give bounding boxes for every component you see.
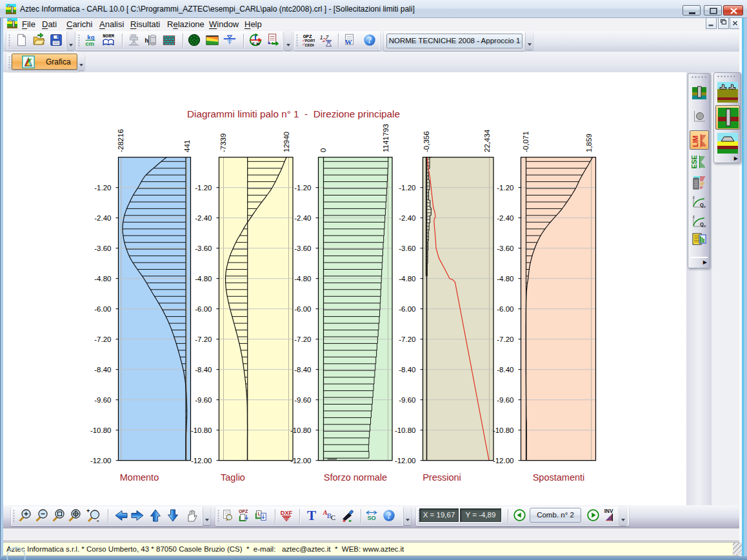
svg-text:cm: cm — [85, 40, 94, 47]
svg-text:-12.00: -12.00 — [493, 457, 514, 465]
svg-text:-1.20: -1.20 — [497, 184, 513, 192]
svg-text:-6.00: -6.00 — [94, 305, 111, 313]
svg-text:LIM: LIM — [692, 135, 699, 147]
svg-text:0: 0 — [319, 148, 327, 152]
svg-text:441: 441 — [183, 140, 191, 152]
svg-text:-8.40: -8.40 — [94, 366, 111, 374]
svg-text:OPZ: OPZ — [239, 509, 248, 514]
svg-text:-2.40: -2.40 — [399, 214, 415, 222]
svg-text:-9.60: -9.60 — [497, 396, 513, 404]
svg-text:-12.00: -12.00 — [290, 457, 312, 465]
svg-text:+: + — [267, 41, 270, 46]
svg-text:-8.40: -8.40 — [399, 366, 415, 374]
svg-text:-3.60: -3.60 — [399, 245, 415, 252]
svg-text:22,434: 22,434 — [483, 129, 491, 152]
svg-text:-9.60: -9.60 — [94, 396, 111, 404]
svg-text:-9.60: -9.60 — [294, 396, 311, 404]
svg-text:-1.20: -1.20 — [94, 184, 111, 192]
svg-text:-3.60: -3.60 — [497, 245, 513, 252]
svg-text:1141793: 1141793 — [382, 124, 390, 152]
svg-text:-7.20: -7.20 — [399, 335, 415, 343]
svg-text:-8.40: -8.40 — [294, 366, 311, 374]
svg-text:ε: ε — [693, 214, 695, 219]
svg-text:-28216: -28216 — [117, 129, 124, 152]
svg-text:-2.40: -2.40 — [497, 214, 513, 222]
svg-text:-3.60: -3.60 — [195, 245, 212, 252]
svg-text:ESE: ESE — [692, 155, 698, 168]
svg-text:-3.60: -3.60 — [294, 245, 311, 252]
svg-text:-10.80: -10.80 — [493, 426, 514, 434]
svg-text:-12.00: -12.00 — [191, 457, 212, 465]
svg-text:CEDI: CEDI — [304, 43, 314, 47]
svg-text:NORM: NORM — [103, 34, 114, 39]
svg-text:-1.20: -1.20 — [294, 184, 311, 192]
svg-text:-8.40: -8.40 — [195, 366, 212, 374]
svg-text:v: v — [704, 205, 706, 208]
svg-text:7: 7 — [326, 34, 330, 41]
svg-text:-1.20: -1.20 — [399, 184, 415, 192]
svg-text:-: - — [97, 517, 99, 523]
svg-text:-9.60: -9.60 — [195, 396, 212, 404]
svg-text:-6.00: -6.00 — [195, 305, 212, 313]
svg-text:-3.60: -3.60 — [94, 245, 111, 252]
svg-text:ε: ε — [693, 195, 695, 199]
svg-text:?: ? — [368, 35, 372, 45]
svg-text:-4.80: -4.80 — [94, 275, 111, 283]
svg-text:+: + — [86, 508, 90, 514]
svg-text:-4.80: -4.80 — [294, 275, 311, 283]
svg-text:Pressioni: Pressioni — [423, 472, 461, 483]
svg-text:-4.80: -4.80 — [497, 275, 513, 283]
svg-text:T: T — [307, 508, 316, 523]
svg-text:-6.00: -6.00 — [399, 305, 415, 313]
svg-text:-1.20: -1.20 — [195, 184, 212, 192]
svg-text:H: H — [130, 34, 133, 37]
svg-text:W: W — [345, 38, 352, 46]
svg-text:-12.00: -12.00 — [395, 457, 416, 465]
svg-text:Momento: Momento — [120, 472, 159, 483]
svg-text:-12.00: -12.00 — [90, 457, 112, 465]
svg-text:INV: INV — [604, 508, 613, 514]
svg-text:?: ? — [387, 511, 392, 521]
svg-text:-9.60: -9.60 — [399, 396, 415, 404]
svg-text:Taglio: Taglio — [221, 472, 245, 483]
svg-text:-10.80: -10.80 — [395, 426, 416, 434]
svg-text:-6.00: -6.00 — [294, 305, 311, 313]
svg-text:kg: kg — [87, 34, 94, 41]
svg-text:C: C — [331, 514, 335, 521]
svg-text:PORT: PORT — [304, 39, 315, 43]
svg-text:-7.20: -7.20 — [294, 335, 311, 343]
svg-text:-2.40: -2.40 — [195, 214, 212, 222]
svg-text:-7.20: -7.20 — [497, 335, 513, 343]
svg-text:-2.40: -2.40 — [294, 214, 311, 222]
svg-text:-10.80: -10.80 — [191, 426, 212, 434]
svg-text:-10.80: -10.80 — [90, 426, 112, 434]
svg-text:-2.40: -2.40 — [94, 214, 111, 222]
svg-text:-8.40: -8.40 — [497, 366, 513, 374]
svg-text:M: M — [256, 42, 259, 46]
svg-text:-0,356: -0,356 — [423, 131, 430, 152]
svg-text:o: o — [704, 224, 706, 228]
svg-text:-7.20: -7.20 — [195, 335, 212, 343]
svg-text:-7339: -7339 — [219, 134, 227, 152]
svg-text:12940: 12940 — [283, 132, 290, 152]
svg-text:L: L — [257, 511, 261, 517]
svg-text:F: F — [252, 42, 255, 46]
svg-text:-4.80: -4.80 — [399, 275, 415, 283]
svg-text:Spostamenti: Spostamenti — [533, 472, 585, 483]
svg-text:-0,071: -0,071 — [522, 131, 530, 152]
svg-text:Sforzo normale: Sforzo normale — [324, 472, 387, 483]
svg-text:h: h — [144, 37, 148, 44]
svg-text:Diagrammi limiti palo n° 1 -: Diagrammi limiti palo n° 1 - Direzione p… — [187, 108, 400, 119]
svg-text:-6.00: -6.00 — [497, 305, 513, 313]
svg-text:DXF: DXF — [281, 510, 293, 516]
svg-text:SO: SO — [367, 515, 375, 521]
svg-text:-4.80: -4.80 — [195, 275, 212, 283]
svg-text:-7.20: -7.20 — [94, 335, 111, 343]
svg-text:-10.80: -10.80 — [290, 426, 312, 434]
svg-text:1,859: 1,859 — [585, 134, 593, 152]
